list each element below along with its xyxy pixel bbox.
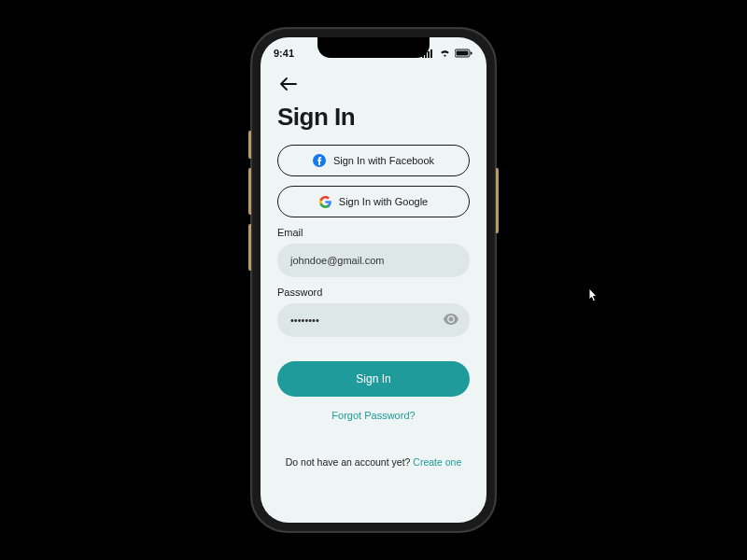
eye-icon (444, 314, 458, 325)
signup-prompt-row: Do not have an account yet? Create one (277, 456, 470, 468)
screen-content: Sign In Sign In with Facebook Sign In wi… (261, 63, 486, 468)
svg-rect-5 (457, 51, 469, 56)
phone-screen: 9:41 Sign In Sign In with Facebook Sign … (261, 37, 486, 523)
cursor-icon (586, 287, 599, 304)
signin-button[interactable]: Sign In (277, 361, 470, 397)
svg-rect-6 (471, 52, 472, 55)
password-field[interactable] (277, 303, 470, 337)
phone-notch (317, 37, 430, 58)
page-title: Sign In (277, 103, 470, 132)
arrow-left-icon (280, 77, 297, 91)
status-time: 9:41 (274, 48, 294, 59)
email-label: Email (277, 227, 470, 238)
password-field-group: Password (277, 287, 470, 337)
volume-button (248, 168, 251, 215)
svg-rect-3 (430, 49, 432, 58)
battery-icon (455, 49, 473, 58)
status-indicators (422, 49, 473, 58)
email-field-group: Email (277, 227, 470, 277)
wifi-icon (439, 49, 451, 58)
google-signin-button[interactable]: Sign In with Google (277, 186, 470, 217)
svg-rect-2 (428, 51, 430, 58)
facebook-button-label: Sign In with Facebook (333, 155, 434, 166)
power-button (496, 168, 499, 233)
password-label: Password (277, 287, 470, 298)
back-button[interactable] (277, 73, 300, 95)
create-account-link[interactable]: Create one (413, 456, 461, 468)
google-button-label: Sign In with Google (339, 196, 428, 207)
email-field[interactable] (277, 244, 470, 277)
volume-button (248, 224, 251, 271)
toggle-password-visibility[interactable] (444, 312, 458, 329)
facebook-signin-button[interactable]: Sign In with Facebook (277, 145, 470, 176)
phone-frame: 9:41 Sign In Sign In with Facebook Sign … (251, 28, 496, 532)
volume-button (248, 131, 251, 159)
facebook-icon (313, 154, 326, 167)
google-icon (319, 196, 331, 208)
forgot-password-link[interactable]: Forgot Password? (277, 410, 470, 421)
signup-prompt-text: Do not have an account yet? (286, 456, 414, 468)
